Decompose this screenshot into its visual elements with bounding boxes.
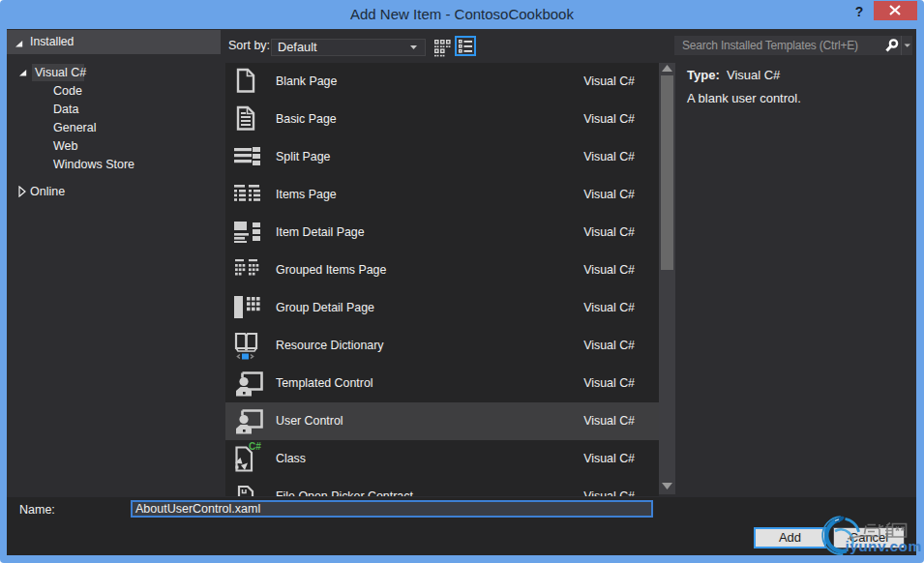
svg-text:iyunv.com: iyunv.com (846, 538, 922, 554)
svg-text:C#: C# (249, 441, 261, 452)
